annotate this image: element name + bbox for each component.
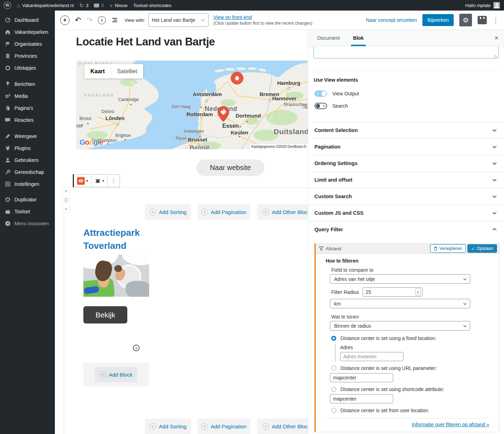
sidebar-item-toolset[interactable]: Toolset <box>0 206 55 218</box>
google-map-block[interactable]: Great Britain ENGELAND Cambridge Oxford … <box>76 61 308 149</box>
block-more-options-button[interactable]: ⋮ <box>108 175 120 187</box>
view-block-type-button[interactable]: ▾ <box>74 175 91 187</box>
radio-url-parameter[interactable] <box>331 366 336 371</box>
chevron-down-icon <box>491 193 498 200</box>
unit-select[interactable]: km <box>330 299 470 308</box>
view-select[interactable]: Het Land van Bartje <box>148 13 209 27</box>
redo-button[interactable]: ↷ <box>87 16 93 24</box>
post-card-title[interactable]: Attractiepark Toverland <box>83 226 152 252</box>
sidebar-item-provincies[interactable]: Provincies <box>0 50 55 62</box>
naar-website-button[interactable]: Naar website <box>196 159 264 176</box>
bekijk-button[interactable]: Bekijk <box>83 306 127 323</box>
update-button[interactable]: Bijwerken <box>422 14 454 26</box>
align-button[interactable]: ▾ <box>91 175 108 187</box>
number-stepper[interactable]: ▴ ▾ <box>415 288 421 296</box>
panel-ordering-settings[interactable]: Ordering Settings <box>308 155 504 171</box>
sidebar-item-gereedschap[interactable]: Gereedschap <box>0 166 55 178</box>
switch-to-draft-link[interactable]: Naar concept omzetten <box>366 17 417 23</box>
comments-badge[interactable]: 0 <box>94 3 104 8</box>
toolset-panel-button[interactable] <box>478 16 487 24</box>
add-pagination-button[interactable]: + Add Pagination <box>197 419 250 434</box>
greeting-label[interactable]: Hallo mplate <box>465 3 491 8</box>
sidebar-item-organisaties[interactable]: Organisaties <box>0 38 55 50</box>
sidebar-item-media[interactable]: Media <box>0 90 55 102</box>
sidebar-item-plugins[interactable]: Plugins <box>0 142 55 154</box>
search-toggle[interactable] <box>314 103 327 109</box>
what-to-show-select[interactable]: Binnen de radius <box>330 321 470 331</box>
map-type-satelliet-button[interactable]: Satelliet <box>111 68 143 75</box>
radio-fixed-location[interactable] <box>331 336 336 341</box>
add-sorting-button[interactable]: + Add Sorting <box>145 419 191 434</box>
updates-badge[interactable]: ↻ 3 <box>79 3 89 8</box>
add-block-button[interactable]: + Add Block <box>95 367 137 382</box>
sidebar-item-dashboard[interactable]: Dashboard <box>0 14 55 26</box>
map-marker-pin[interactable] <box>217 106 230 122</box>
sidebar-item-duplicator[interactable]: Duplicator <box>0 194 55 206</box>
info-button[interactable]: i <box>98 16 106 24</box>
site-name-link[interactable]: ⌂ Vakantieparknederland.nl <box>17 3 74 8</box>
shortcodes-label[interactable]: Toolset-shortcodes <box>133 3 171 8</box>
map-marker-home[interactable] <box>231 72 243 84</box>
radio-shortcode-attribute[interactable] <box>331 387 336 392</box>
panel-content-selection[interactable]: Content Selection <box>308 122 504 138</box>
sidebar-item-vakantieparken[interactable]: Vakantieparken <box>0 26 55 38</box>
delete-filter-button[interactable]: Verwijderen <box>430 244 466 253</box>
add-pagination-button[interactable]: + Add Pagination <box>197 204 250 220</box>
sidebar-item-weergave[interactable]: Weergave <box>0 130 55 142</box>
page-title[interactable]: Locatie Het Land van Bartje <box>76 36 215 48</box>
panel-custom-search[interactable]: Custom Search <box>308 188 504 205</box>
post-card-image[interactable] <box>83 254 149 297</box>
sidebar-item-gebruikers[interactable]: Gebruikers <box>0 154 55 166</box>
settings-gear-button[interactable]: ⚙ <box>459 14 472 26</box>
add-sorting-button[interactable]: + Add Sorting <box>145 204 191 220</box>
view-front-end-link[interactable]: View on front-end <box>213 14 312 20</box>
resize-grip-icon[interactable] <box>495 55 498 58</box>
google-logo[interactable]: Google <box>79 138 103 146</box>
add-other-block-button[interactable]: + Add Other Block <box>257 204 308 220</box>
panel-query-filter[interactable]: Query Filter <box>308 221 504 238</box>
adres-input[interactable] <box>340 352 403 361</box>
add-other-block-button[interactable]: + Add Other Block <box>257 419 308 434</box>
undo-button[interactable]: ↶ <box>75 16 81 24</box>
stepper-down-icon[interactable]: ▾ <box>417 292 418 294</box>
shortcode-attribute-input[interactable] <box>330 394 393 403</box>
avatar[interactable] <box>493 2 500 8</box>
view-output-toggle[interactable] <box>314 90 327 97</box>
sidebar-item-instellingen[interactable]: Instellingen <box>0 178 55 190</box>
panel-pagination[interactable]: Pagination <box>308 138 504 155</box>
tab-document[interactable]: Document <box>315 30 342 46</box>
pages-icon <box>4 105 11 111</box>
sidebar-item-paginas[interactable]: Pagina's <box>0 102 55 114</box>
move-down-button[interactable]: ∨ <box>64 207 67 211</box>
panel-limit-offset[interactable]: Limit and offset <box>308 171 504 188</box>
block-inserter-plus-button[interactable]: + <box>133 345 140 351</box>
url-parameter-input[interactable] <box>330 373 393 382</box>
sidebar-item-collapse-menu[interactable]: Menu invouwen <box>0 218 55 229</box>
block-description-textarea[interactable] <box>313 46 499 58</box>
save-filter-button[interactable]: ✓ Opslaan <box>467 244 497 253</box>
close-sidebar-icon[interactable]: × <box>495 34 498 42</box>
wordpress-logo-icon[interactable]: W <box>4 1 11 9</box>
field-to-compare-select[interactable]: Adres van het uitje <box>330 274 470 284</box>
sidebar-item-reacties[interactable]: Reacties <box>0 114 55 126</box>
sidebar-item-uitstapjes[interactable]: Uitstapjes <box>0 62 55 74</box>
new-label[interactable]: Nieuw <box>115 3 127 8</box>
map-type-kaart-button[interactable]: Kaart <box>84 68 111 75</box>
radio-user-location[interactable] <box>331 408 336 413</box>
new-menu[interactable]: + Nieuw <box>110 3 128 8</box>
site-name-label[interactable]: Vakantieparknederland.nl <box>22 3 74 8</box>
distance-filter-info-link[interactable]: Informatie over filteren op afstand » <box>412 422 489 427</box>
chevron-down-icon[interactable] <box>197 14 208 26</box>
sidebar-item-berichten[interactable]: Berichten <box>0 78 55 90</box>
drag-handle[interactable] <box>65 198 68 202</box>
toolset-shortcodes-menu[interactable]: Toolset-shortcodes <box>133 3 171 8</box>
list-view-button[interactable] <box>111 17 118 24</box>
panel-custom-js-css[interactable]: Custom JS and CSS <box>308 205 504 221</box>
radio-label: Distance center is set using shortcode a… <box>340 386 444 392</box>
map-label: Den Haag <box>172 104 191 109</box>
filter-radius-input[interactable] <box>363 289 415 295</box>
move-up-button[interactable]: ∧ <box>64 189 67 193</box>
tab-block[interactable]: Blok <box>351 30 366 46</box>
more-options-button[interactable]: ⋮ <box>492 16 499 24</box>
inserter-button[interactable]: + <box>60 15 70 25</box>
